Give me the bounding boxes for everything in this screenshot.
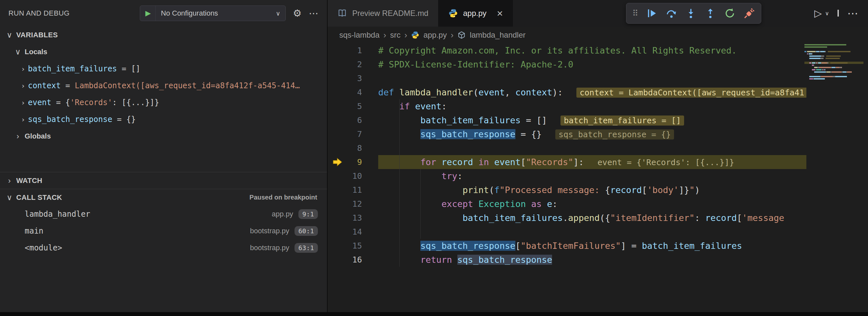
run-python-file-icon[interactable]: ▷ [814,8,822,18]
code-line-5[interactable]: 5 if event: [328,99,868,113]
frame-file: app.py [272,210,293,218]
chevron-collapsed-icon: › [18,116,28,124]
line-content[interactable]: def lambda_handler(event, context):conte… [378,85,806,99]
more-actions-icon[interactable]: ⋯ [847,8,858,19]
call-stack-frame[interactable]: mainbootstrap.py60:1 [0,223,327,240]
chevron-expanded-icon: ∨ [4,193,14,202]
drag-grip-icon[interactable]: ⠿ [632,8,638,19]
step-out-icon[interactable] [705,7,716,19]
line-number[interactable]: 8 [328,141,378,155]
line-content[interactable]: print(f"Processed message: {record['body… [378,183,806,197]
watch-section-header[interactable]: › WATCH [0,172,327,189]
disconnect-icon[interactable] [743,7,755,19]
code-line-10[interactable]: 10 try: [328,169,868,183]
frame-position-badge: 63:1 [294,243,318,253]
split-editor-icon[interactable] [838,11,839,16]
line-content[interactable]: batch_item_failures = []batch_item_failu… [378,113,806,127]
code-line-14[interactable]: 14 [328,225,868,239]
call-stack-frame[interactable]: lambda_handlerapp.py9:1 [0,206,327,223]
code-line-12[interactable]: 12 except Exception as e: [328,197,868,211]
close-icon[interactable]: × [497,8,503,19]
tab-preview-readme[interactable]: Preview README.md [328,0,438,27]
line-number[interactable]: 9 [328,155,378,169]
line-number[interactable]: 6 [328,113,378,127]
start-debugging-icon[interactable]: ▶ [140,9,155,18]
frame-name: main [25,226,43,235]
tab-app-py[interactable]: app.py × [438,0,513,27]
frame-position-badge: 60:1 [294,226,318,236]
restart-icon[interactable] [724,7,736,19]
code-line-8[interactable]: 8 [328,141,868,155]
line-number[interactable]: 4 [328,85,378,99]
globals-group[interactable]: › Globals [0,128,327,145]
line-content[interactable]: return sqs_batch_response [378,253,806,267]
variable-row[interactable]: ›batch_item_failures = [] [0,60,327,77]
line-number[interactable]: 12 [328,197,378,211]
call-stack-frame[interactable]: <module>bootstrap.py63:1 [0,240,327,256]
code-line-9[interactable]: 9 for record in event["Records"]:event =… [328,155,868,169]
line-content[interactable] [378,141,806,155]
gear-icon[interactable]: ⚙ [293,8,302,18]
line-number[interactable]: 11 [328,183,378,197]
code-line-6[interactable]: 6 batch_item_failures = []batch_item_fai… [328,113,868,127]
more-actions-icon[interactable]: ⋯ [309,8,318,18]
step-over-icon[interactable] [665,7,677,19]
step-into-icon[interactable] [685,7,697,19]
code-line-1[interactable]: 1# Copyright Amazon.com, Inc. or its aff… [328,43,868,57]
debug-config-dropdown[interactable]: ▶ No Configurations ∨ [140,5,286,21]
variables-section-header[interactable]: ∨ VARIABLES [0,27,327,43]
variable-name: sqs_batch_response [28,115,112,124]
call-stack-section-header[interactable]: ∨ CALL STACK Paused on breakpoint [0,189,327,206]
line-number[interactable]: 1 [328,43,378,57]
line-content[interactable]: # Copyright Amazon.com, Inc. or its affi… [378,43,806,57]
variable-row[interactable]: ›sqs_batch_response = {} [0,111,327,128]
line-content[interactable]: for record in event["Records"]:event = {… [378,155,806,169]
breadcrumb-item-symbol[interactable]: lambda_handler [470,31,525,39]
line-content[interactable] [378,225,806,239]
code-line-13[interactable]: 13 batch_item_failures.append({"itemIden… [328,211,868,225]
line-number[interactable]: 10 [328,169,378,183]
line-content[interactable]: try: [378,169,806,183]
chevron-collapsed-icon: › [4,176,14,185]
code-line-2[interactable]: 2# SPDX-License-Identifier: Apache-2.0 [328,57,868,71]
code-line-11[interactable]: 11 print(f"Processed message: {record['b… [328,183,868,197]
line-number[interactable]: 13 [328,211,378,225]
frame-name: lambda_handler [25,210,90,219]
code-line-7[interactable]: 7 sqs_batch_response = {}sqs_batch_respo… [328,127,868,141]
line-number[interactable]: 3 [328,71,378,85]
code-editor[interactable]: 1# Copyright Amazon.com, Inc. or its aff… [328,43,868,267]
line-content[interactable]: sqs_batch_response["batchItemFailures"] … [378,239,806,253]
indent-guide [399,99,400,267]
line-content[interactable]: if event: [378,99,806,113]
code-line-3[interactable]: 3 [328,71,868,85]
code-line-4[interactable]: 4def lambda_handler(event, context):cont… [328,85,868,99]
line-content[interactable]: sqs_batch_response = {}sqs_batch_respons… [378,127,806,141]
line-number[interactable]: 15 [328,239,378,253]
locals-group[interactable]: ∨ Locals [0,43,327,60]
variable-row[interactable]: ›context = LambdaContext([aws_request_id… [0,77,327,94]
minimap[interactable] [804,43,864,80]
breadcrumb-item-file[interactable]: app.py [423,31,447,39]
line-number[interactable]: 5 [328,99,378,113]
line-content[interactable]: batch_item_failures.append({"itemIdentif… [378,211,806,225]
continue-icon[interactable] [646,7,658,19]
line-number[interactable]: 16 [328,253,378,267]
line-number[interactable]: 2 [328,57,378,71]
line-content[interactable] [378,71,806,85]
line-number[interactable]: 14 [328,225,378,239]
breadcrumb-item-project[interactable]: sqs-lambda [339,31,379,39]
variable-row[interactable]: ›event = {'Records': [{...}]} [0,94,327,111]
variable-name: context [28,81,61,90]
variable-value: [] [131,64,141,73]
variables-header-label: VARIABLES [16,31,58,39]
variable-value: { [65,98,70,107]
call-stack-header-label: CALL STACK [16,193,62,202]
line-content[interactable]: # SPDX-License-Identifier: Apache-2.0 [378,57,806,71]
line-number[interactable]: 7 [328,127,378,141]
code-line-16[interactable]: 16 return sqs_batch_response [328,253,868,267]
debug-inline-value: event = {'Records': [{...}]} [597,158,734,167]
chevron-down-icon[interactable]: ∨ [825,11,829,16]
line-content[interactable]: except Exception as e: [378,197,806,211]
code-line-15[interactable]: 15 sqs_batch_response["batchItemFailures… [328,239,868,253]
breadcrumb-item-folder[interactable]: src [390,31,401,39]
